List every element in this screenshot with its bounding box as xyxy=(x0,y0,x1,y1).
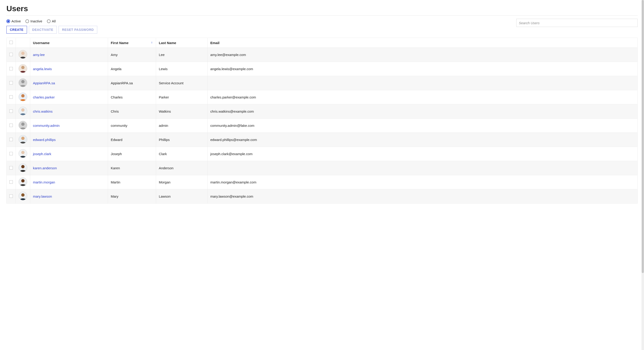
row-checkbox-cell[interactable] xyxy=(7,48,16,62)
column-username[interactable]: Username xyxy=(30,38,108,48)
row-last-name-cell: Morgan xyxy=(156,175,208,189)
scrollbar-track[interactable] xyxy=(642,0,644,208)
svg-point-1 xyxy=(21,52,24,55)
row-first-name-cell: community xyxy=(108,119,156,133)
first-name-text: Martin xyxy=(111,180,120,184)
first-name-text: Joseph xyxy=(111,152,122,156)
username-link[interactable]: charles.parker xyxy=(33,95,55,99)
first-name-text: Charles xyxy=(111,95,123,99)
email-text: mary.lawson@example.com xyxy=(210,194,253,198)
row-first-name-cell: Martin xyxy=(108,175,156,189)
username-link[interactable]: AppianRPA.sa xyxy=(33,81,55,85)
checkbox-icon xyxy=(10,41,13,44)
row-checkbox-cell[interactable] xyxy=(7,76,16,90)
table-row: edward.phillips Edward Phillips edward.p… xyxy=(7,133,638,147)
column-last-name[interactable]: Last Name xyxy=(156,38,208,48)
row-checkbox-cell[interactable] xyxy=(7,133,16,147)
avatar xyxy=(18,163,27,172)
row-email-cell: amy.lee@example.com xyxy=(208,48,638,62)
avatar-header xyxy=(16,38,30,48)
row-email-cell: mary.lawson@example.com xyxy=(208,189,638,203)
row-checkbox-cell[interactable] xyxy=(7,175,16,189)
avatar xyxy=(18,149,27,158)
radio-icon xyxy=(6,19,10,23)
last-name-text: Parker xyxy=(159,95,169,99)
svg-point-21 xyxy=(21,193,24,196)
radio-active[interactable]: Active xyxy=(6,19,21,23)
email-text: community.admin@fake.com xyxy=(210,124,254,128)
create-button[interactable]: Create xyxy=(6,26,27,34)
row-last-name-cell: Clark xyxy=(156,147,208,161)
username-link[interactable]: mary.lawson xyxy=(33,194,52,198)
row-first-name-cell: Amy xyxy=(108,48,156,62)
email-text: edward.phillips@example.com xyxy=(210,138,257,142)
username-link[interactable]: joseph.clark xyxy=(33,152,51,156)
username-link[interactable]: karen.anderson xyxy=(33,166,57,170)
last-name-text: Clark xyxy=(159,152,167,156)
row-first-name-cell: Chris xyxy=(108,104,156,119)
checkbox-icon xyxy=(10,95,13,99)
row-email-cell: martin.morgan@example.com xyxy=(208,175,638,189)
first-name-text: Karen xyxy=(111,166,120,170)
column-first-name[interactable]: First Name ↑ xyxy=(108,38,156,48)
avatar xyxy=(18,135,27,144)
avatar xyxy=(18,93,27,101)
column-label: Email xyxy=(210,41,220,45)
column-email[interactable]: Email xyxy=(208,38,638,48)
row-first-name-cell: Mary xyxy=(108,189,156,203)
radio-all[interactable]: All xyxy=(47,19,56,23)
row-avatar-cell xyxy=(16,62,30,76)
row-checkbox-cell[interactable] xyxy=(7,90,16,104)
row-checkbox-cell[interactable] xyxy=(7,161,16,175)
email-text: amy.lee@example.com xyxy=(210,53,246,57)
row-email-cell: chris.watkins@example.com xyxy=(208,104,638,119)
username-link[interactable]: amy.lee xyxy=(33,53,45,57)
svg-point-5 xyxy=(21,80,24,83)
select-all-header[interactable] xyxy=(7,38,16,48)
username-link[interactable]: community.admin xyxy=(33,124,60,128)
row-last-name-cell: Watkins xyxy=(156,104,208,119)
email-text: chris.watkins@example.com xyxy=(210,109,254,113)
row-last-name-cell: Anderson xyxy=(156,161,208,175)
users-table: Username First Name ↑ Last Name Email xyxy=(6,38,638,203)
checkbox-icon xyxy=(10,124,13,127)
row-checkbox-cell[interactable] xyxy=(7,62,16,76)
username-link[interactable]: martin.morgan xyxy=(33,180,55,184)
avatar xyxy=(18,121,27,130)
last-name-text: admin xyxy=(159,124,168,128)
row-username-cell: amy.lee xyxy=(30,48,108,62)
column-label: First Name xyxy=(111,41,128,45)
row-email-cell: joseph.clark@example.com xyxy=(208,147,638,161)
last-name-text: Morgan xyxy=(159,180,170,184)
deactivate-button[interactable]: Deactivate xyxy=(29,26,57,34)
row-last-name-cell: Parker xyxy=(156,90,208,104)
avatar xyxy=(18,64,27,73)
checkbox-icon xyxy=(10,166,13,170)
search-input[interactable] xyxy=(516,19,638,27)
checkbox-icon xyxy=(10,152,13,155)
username-link[interactable]: chris.watkins xyxy=(33,109,53,113)
svg-point-17 xyxy=(21,165,24,168)
row-last-name-cell: Service Account xyxy=(156,76,208,90)
reset-password-button[interactable]: Reset Password xyxy=(58,26,97,34)
first-name-text: Edward xyxy=(111,138,122,142)
row-avatar-cell xyxy=(16,161,30,175)
row-checkbox-cell[interactable] xyxy=(7,104,16,119)
first-name-text: AppianRPA.sa xyxy=(111,81,133,85)
email-text: charles.parker@example.com xyxy=(210,95,256,99)
row-avatar-cell xyxy=(16,133,30,147)
row-checkbox-cell[interactable] xyxy=(7,119,16,133)
svg-point-3 xyxy=(21,66,24,69)
radio-inactive[interactable]: Inactive xyxy=(26,19,42,23)
row-checkbox-cell[interactable] xyxy=(7,189,16,203)
scrollbar-thumb[interactable] xyxy=(642,0,644,208)
row-last-name-cell: admin xyxy=(156,119,208,133)
row-checkbox-cell[interactable] xyxy=(7,147,16,161)
row-username-cell: charles.parker xyxy=(30,90,108,104)
username-link[interactable]: angela.lewis xyxy=(33,67,52,71)
username-link[interactable]: edward.phillips xyxy=(33,138,56,142)
last-name-text: Lewis xyxy=(159,67,168,71)
first-name-text: Angela xyxy=(111,67,122,71)
radio-label: All xyxy=(52,19,56,23)
table-row: karen.anderson Karen Anderson xyxy=(7,161,638,175)
